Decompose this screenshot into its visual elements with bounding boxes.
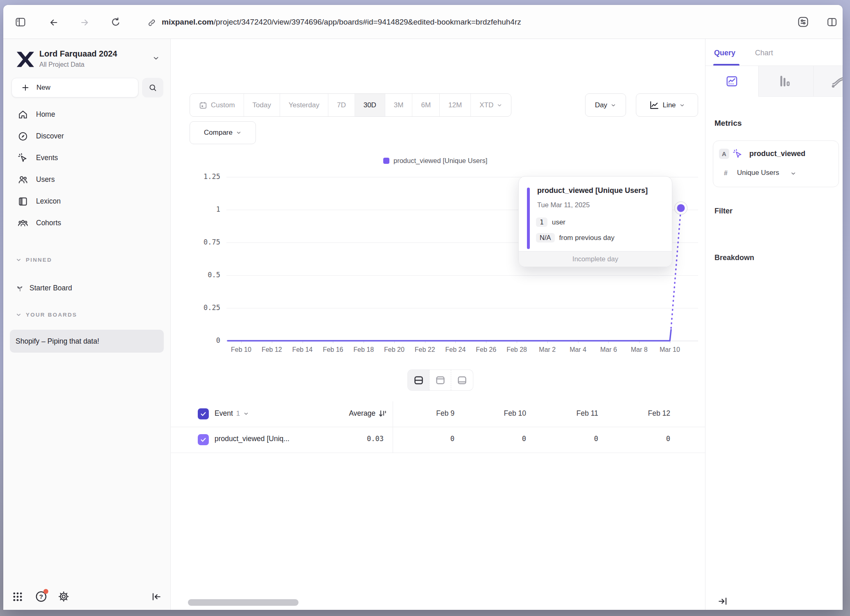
metric-badge: A <box>719 149 729 159</box>
project-name[interactable]: Lord Farquaad 2024 <box>39 49 117 59</box>
sidebar-item-discover[interactable]: Discover <box>3 125 170 147</box>
tab-query[interactable]: Query <box>714 49 735 57</box>
average-column-header[interactable]: Average <box>306 409 375 418</box>
date-column-header[interactable]: Feb 12 <box>608 409 680 418</box>
layout-chart-only-toggle[interactable] <box>430 370 451 390</box>
apps-grid-icon[interactable] <box>12 591 23 602</box>
tooltip-title: product_viewed [Unique Users] <box>537 186 648 195</box>
chart-legend[interactable]: product_viewed [Unique Users] <box>383 157 487 165</box>
sort-icon[interactable] <box>378 409 388 419</box>
pinned-section-header[interactable]: PINNED <box>16 257 52 263</box>
range-today[interactable]: Today <box>244 94 280 116</box>
y-tick-label: 1.25 <box>195 172 220 181</box>
filter-section-label[interactable]: Filter <box>714 207 732 215</box>
range-12m[interactable]: 12M <box>440 94 471 116</box>
browser-sidebar-toggle-icon[interactable] <box>15 16 26 28</box>
range-custom[interactable]: Custom <box>190 94 244 116</box>
browser-back-icon[interactable] <box>48 18 59 27</box>
browser-page-settings-icon[interactable] <box>797 16 809 28</box>
range-6m[interactable]: 6M <box>412 94 440 116</box>
range-30d[interactable]: 30D <box>355 94 385 116</box>
new-button[interactable]: New <box>11 78 138 97</box>
tooltip-value: 1 <box>536 217 547 227</box>
range-7d[interactable]: 7D <box>328 94 355 116</box>
y-tick-label: 0 <box>195 336 220 344</box>
chevron-down-icon[interactable] <box>790 170 796 177</box>
flow-icon <box>831 73 843 90</box>
tooltip-value-unit: user <box>552 218 565 226</box>
query-panel: Query Chart Metrics A product_viewed <box>705 39 843 610</box>
horizontal-scrollbar-thumb[interactable] <box>188 599 298 606</box>
browser-split-view-icon[interactable] <box>826 16 838 28</box>
chevron-down-icon <box>679 102 685 108</box>
granularity-dropdown[interactable]: Day <box>585 93 626 117</box>
y-tick-label: 0.75 <box>195 238 220 246</box>
sidebar-item-cohorts[interactable]: Cohorts <box>3 212 170 234</box>
sidebar-item-users[interactable]: Users <box>3 169 170 190</box>
y-tick-label: 1 <box>195 205 220 213</box>
date-column-header[interactable]: Feb 10 <box>464 409 536 418</box>
sidebar-item-home[interactable]: Home <box>3 104 170 125</box>
calendar-icon <box>199 101 208 110</box>
aggregation-dropdown[interactable]: Unique Users <box>737 169 779 177</box>
date-column-headers: Feb 9 Feb 10 Feb 11 Feb 12 <box>393 409 705 418</box>
event-column-header[interactable]: Event 1 <box>215 409 249 418</box>
metric-event-name[interactable]: product_viewed <box>749 149 805 158</box>
sidebar-item-lexicon[interactable]: Lexicon <box>3 190 170 212</box>
bar-chart-tab[interactable] <box>778 74 791 88</box>
url-host: mixpanel.com <box>162 18 214 27</box>
browser-forward-icon[interactable] <box>79 18 90 27</box>
date-column-header[interactable]: Feb 9 <box>393 409 464 418</box>
sidebar-item-events[interactable]: Events <box>3 147 170 169</box>
x-tick-label: Feb 12 <box>257 346 287 353</box>
notification-dot <box>43 589 48 594</box>
x-tick-label: Feb 18 <box>349 346 378 353</box>
compass-icon <box>17 131 29 142</box>
help-icon[interactable]: ? <box>35 590 47 603</box>
breakdown-section-label[interactable]: Breakdown <box>714 254 754 262</box>
row-checkbox[interactable] <box>198 434 209 445</box>
tooltip-change: N/A <box>536 233 555 242</box>
metric-card[interactable]: A product_viewed # Unique Users <box>713 140 839 187</box>
x-tick-label: Feb 24 <box>441 346 470 353</box>
inactive-tabs-bg <box>759 66 843 97</box>
flow-chart-tab[interactable] <box>831 73 843 90</box>
event-count: 1 <box>236 410 240 418</box>
sidebar-item-board-shopify[interactable]: Shopify – Piping that data! <box>10 330 164 353</box>
x-tick-label: Mar 8 <box>624 346 654 353</box>
date-column-header[interactable]: Feb 11 <box>536 409 608 418</box>
date-range-control: Custom Today Yesterday 7D 30D 3M 6M 12M … <box>190 93 511 117</box>
range-3m[interactable]: 3M <box>385 94 413 116</box>
collapse-sidebar-icon[interactable] <box>151 591 162 602</box>
select-all-checkbox[interactable] <box>198 408 209 419</box>
search-button[interactable] <box>142 78 163 97</box>
event-header-label: Event <box>215 409 233 418</box>
url-link-icon <box>147 18 156 27</box>
your-boards-section-header[interactable]: YOUR BOARDS <box>16 312 77 318</box>
chart-type-tabs <box>705 66 843 97</box>
tab-chart[interactable]: Chart <box>755 49 773 57</box>
layout-table-only-toggle[interactable] <box>451 370 473 390</box>
table-row[interactable]: product_viewed [Uniq... 0.03 0 0 0 0 <box>171 427 705 453</box>
data-point[interactable] <box>677 204 685 212</box>
gear-icon[interactable] <box>58 591 70 602</box>
chart-type-label: Line <box>662 101 676 109</box>
expand-panel-icon[interactable] <box>717 596 728 607</box>
browser-reload-icon[interactable] <box>110 17 121 28</box>
table-header-row: Event 1 Average Feb 9 Feb 10 Feb 11 Feb … <box>171 401 705 427</box>
sidebar-item-label: Events <box>36 154 58 162</box>
row-values: 0 0 0 0 <box>393 435 705 443</box>
row-event-name[interactable]: product_viewed [Uniq... <box>215 435 289 443</box>
compare-button[interactable]: Compare <box>190 121 256 144</box>
sidebar-item-starter-board[interactable]: Starter Board <box>3 280 170 296</box>
x-tick-label: Mar 10 <box>655 346 685 353</box>
tab-separator <box>813 66 814 97</box>
chart-type-dropdown[interactable]: Line <box>636 93 698 117</box>
insights-line-tab[interactable] <box>705 66 759 97</box>
url-bar[interactable]: mixpanel.com/project/3472420/view/397469… <box>162 5 521 39</box>
layout-split-toggle[interactable] <box>408 370 430 390</box>
sidebar: Lord Farquaad 2024 All Project Data New … <box>3 39 171 610</box>
range-yesterday[interactable]: Yesterday <box>280 94 328 116</box>
project-chevron-down-icon[interactable] <box>152 54 160 62</box>
range-xtd[interactable]: XTD <box>471 94 511 116</box>
